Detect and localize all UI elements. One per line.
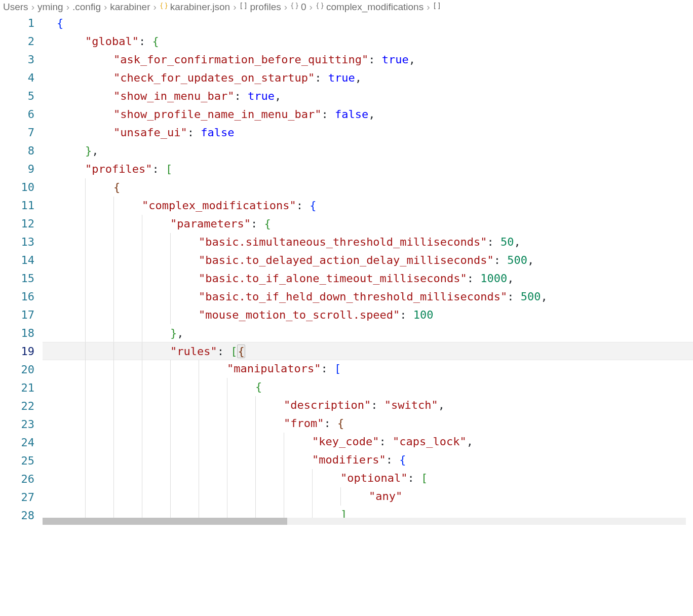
- indent-guide: [142, 414, 142, 433]
- code-line[interactable]: {: [43, 378, 693, 396]
- breadcrumb-separator-icon: ›: [427, 2, 430, 13]
- scrollbar-thumb[interactable]: [43, 518, 287, 525]
- code-line[interactable]: "rules": [{: [43, 342, 693, 360]
- code-line[interactable]: },: [43, 142, 693, 160]
- token: :: [467, 272, 481, 285]
- code-line[interactable]: "any": [43, 487, 693, 506]
- token: :: [487, 236, 501, 248]
- code-line[interactable]: "mouse_motion_to_scroll.speed": 100: [43, 306, 693, 324]
- code-line[interactable]: "show_in_menu_bar": true,: [43, 87, 693, 105]
- token: :: [400, 309, 413, 321]
- indent-guide: [142, 324, 142, 342]
- code-line[interactable]: "global": {: [43, 32, 693, 51]
- indent-guide: [284, 469, 284, 487]
- line-number: 11: [0, 197, 34, 215]
- code-area[interactable]: {"global": {"ask_for_confirmation_before…: [43, 14, 693, 525]
- indent-guide: [340, 487, 341, 506]
- code-line[interactable]: "ask_for_confirmation_before_quitting": …: [43, 51, 693, 69]
- code-line[interactable]: "check_for_updates_on_startup": true,: [43, 69, 693, 87]
- indent-guide: [255, 414, 256, 433]
- line-number: 25: [0, 452, 34, 470]
- indent-guide: [142, 451, 142, 469]
- code-line[interactable]: "unsafe_ui": false: [43, 124, 693, 142]
- code-editor[interactable]: 1234567891011121314151617181920212223242…: [0, 14, 693, 525]
- indent-guide: [170, 451, 171, 469]
- token: :: [217, 345, 231, 358]
- token: {: [399, 453, 406, 466]
- indent-guide: [142, 251, 142, 270]
- code-line[interactable]: {: [43, 178, 693, 197]
- code-line[interactable]: "parameters": {: [43, 215, 693, 233]
- token: {: [152, 35, 159, 48]
- breadcrumb-separator-icon: ›: [104, 2, 107, 13]
- token: ,: [467, 435, 473, 448]
- line-number: 24: [0, 434, 34, 452]
- token: ,: [177, 327, 183, 339]
- token: "key_code": [312, 435, 379, 448]
- indent-guide: [312, 487, 313, 506]
- code-line[interactable]: "manipulators": [: [43, 360, 693, 378]
- code-line[interactable]: "basic.simultaneous_threshold_millisecon…: [43, 233, 693, 251]
- indent-guide: [199, 487, 199, 506]
- indent-guide: [85, 396, 86, 414]
- breadcrumb-item[interactable]: karabiner: [110, 2, 150, 13]
- line-number: 26: [0, 470, 34, 488]
- line-number: 18: [0, 324, 34, 342]
- indent-guide: [227, 469, 227, 487]
- code-line[interactable]: "basic.to_if_alone_timeout_milliseconds"…: [43, 270, 693, 288]
- json-file-icon: [160, 2, 168, 10]
- code-line[interactable]: "basic.to_delayed_action_delay_milliseco…: [43, 251, 693, 270]
- indent-guide: [227, 487, 227, 506]
- indent-guide: [85, 378, 86, 396]
- indent-guide: [170, 251, 171, 270]
- token: "global": [85, 35, 139, 48]
- token: "manipulators": [227, 362, 321, 375]
- line-number: 6: [0, 105, 34, 124]
- indent-guide: [255, 469, 256, 487]
- indent-guide: [113, 233, 114, 251]
- code-line[interactable]: "basic.to_if_held_down_threshold_millise…: [43, 288, 693, 306]
- breadcrumb-item[interactable]: [433, 2, 443, 13]
- token: ,: [514, 236, 521, 248]
- breadcrumb-item[interactable]: 0: [290, 2, 306, 13]
- token: 100: [413, 309, 434, 321]
- line-number: 27: [0, 488, 34, 507]
- breadcrumb-item[interactable]: karabiner.json: [160, 2, 230, 13]
- token: true: [328, 71, 355, 84]
- code-line[interactable]: "from": {: [43, 414, 693, 433]
- indent-guide: [199, 396, 199, 414]
- indent-guide: [170, 233, 171, 251]
- token: 500: [507, 254, 527, 266]
- code-line[interactable]: "show_profile_name_in_menu_bar": false,: [43, 105, 693, 124]
- breadcrumb-item[interactable]: .config: [72, 2, 101, 13]
- token: ,: [355, 71, 362, 84]
- code-line[interactable]: "complex_modifications": {: [43, 197, 693, 215]
- indent-guide: [142, 215, 142, 233]
- code-line[interactable]: "description": "switch",: [43, 396, 693, 414]
- horizontal-scrollbar[interactable]: [43, 518, 686, 525]
- code-line[interactable]: {: [43, 14, 693, 32]
- indent-guide: [85, 342, 86, 360]
- indent-guide: [113, 288, 114, 306]
- breadcrumb-item[interactable]: Users: [3, 2, 28, 13]
- line-number: 17: [0, 306, 34, 324]
- line-number: 1: [0, 14, 34, 32]
- indent-guide: [113, 324, 114, 342]
- token: :: [386, 453, 400, 466]
- code-line[interactable]: "key_code": "caps_lock",: [43, 433, 693, 451]
- code-line[interactable]: },: [43, 324, 693, 342]
- code-line[interactable]: "modifiers": {: [43, 451, 693, 469]
- indent-guide: [170, 270, 171, 288]
- indent-guide: [199, 469, 199, 487]
- breadcrumb-item[interactable]: complex_modifications: [316, 2, 423, 13]
- breadcrumb-item[interactable]: yming: [37, 2, 63, 13]
- token: ,: [409, 53, 415, 66]
- token: "mouse_motion_to_scroll.speed": [199, 309, 400, 321]
- code-line[interactable]: "optional": [: [43, 469, 693, 487]
- token: :: [152, 163, 166, 175]
- code-line[interactable]: "profiles": [: [43, 160, 693, 178]
- indent-guide: [170, 487, 171, 506]
- breadcrumb-item[interactable]: profiles: [239, 2, 281, 13]
- line-number-gutter: 1234567891011121314151617181920212223242…: [0, 14, 43, 525]
- indent-guide: [199, 378, 199, 396]
